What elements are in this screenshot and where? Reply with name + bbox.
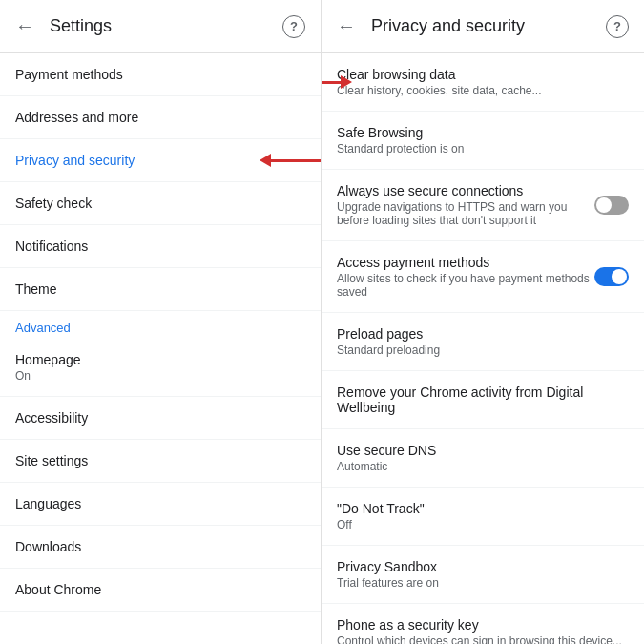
- toggle-knob-payment-methods: [612, 269, 627, 284]
- left-adv-item-languages[interactable]: Languages: [0, 483, 321, 526]
- right-content-digital-wellbeing: Remove your Chrome activity from Digital…: [337, 384, 629, 415]
- left-advanced-menu: HomepageOnAccessibilitySite settingsLang…: [0, 339, 321, 612]
- left-adv-content-about: About Chrome: [15, 582, 305, 597]
- right-item-safe-browsing[interactable]: Safe BrowsingStandard protection is on: [322, 112, 644, 170]
- right-content-security-key: Phone as a security keyControl which dev…: [337, 617, 629, 644]
- right-sub-clear-browsing: Clear history, cookies, site data, cache…: [337, 84, 629, 97]
- left-menu-label-theme: Theme: [15, 281, 305, 297]
- right-sub-secure-connections: Upgrade navigations to HTTPS and warn yo…: [337, 200, 594, 227]
- right-item-secure-connections[interactable]: Always use secure connectionsUpgrade nav…: [322, 170, 644, 241]
- right-item-digital-wellbeing[interactable]: Remove your Chrome activity from Digital…: [322, 371, 644, 429]
- right-panel: ← Privacy and security ? Clear browsing …: [322, 0, 644, 644]
- right-sub-safe-browsing: Standard protection is on: [337, 142, 629, 156]
- left-menu-label-privacy: Privacy and security: [15, 153, 305, 168]
- left-menu-item-notifications[interactable]: Notifications: [0, 225, 321, 268]
- toggle-knob-secure-connections: [596, 197, 612, 213]
- right-menu: Clear browsing dataClear history, cookie…: [322, 53, 644, 644]
- right-content-preload: Preload pagesStandard preloading: [337, 326, 629, 357]
- right-content-payment-methods: Access payment methodsAllow sites to che…: [337, 255, 594, 299]
- left-menu-label-notifications: Notifications: [15, 239, 305, 254]
- left-back-button[interactable]: ←: [15, 15, 34, 37]
- left-menu-label-safety: Safety check: [15, 196, 305, 211]
- right-title-privacy-sandbox: Privacy Sandbox: [337, 559, 629, 574]
- left-help-button[interactable]: ?: [282, 15, 305, 38]
- right-item-security-key[interactable]: Phone as a security keyControl which dev…: [322, 604, 644, 644]
- right-content-do-not-track: "Do Not Track"Off: [337, 501, 629, 531]
- right-sub-privacy-sandbox: Trial features are on: [337, 576, 629, 590]
- left-panel: ← Settings ? Payment methodsAddresses an…: [0, 0, 322, 644]
- right-item-clear-browsing[interactable]: Clear browsing dataClear history, cookie…: [322, 53, 644, 112]
- left-menu-item-addresses[interactable]: Addresses and more: [0, 96, 321, 139]
- left-adv-content-accessibility: Accessibility: [15, 410, 305, 426]
- left-adv-content-homepage: HomepageOn: [15, 352, 305, 383]
- right-title-preload: Preload pages: [337, 326, 629, 342]
- right-title-payment-methods: Access payment methods: [337, 255, 594, 270]
- right-panel-title: Privacy and security: [371, 16, 606, 36]
- left-menu-content-theme: Theme: [15, 281, 305, 297]
- right-title-safe-browsing: Safe Browsing: [337, 125, 629, 140]
- left-panel-title: Settings: [50, 16, 282, 36]
- left-header: ← Settings ?: [0, 0, 321, 53]
- right-help-button[interactable]: ?: [606, 15, 629, 38]
- left-adv-label-languages: Languages: [15, 496, 305, 511]
- left-menu-item-theme[interactable]: Theme: [0, 268, 321, 311]
- left-menu-item-safety[interactable]: Safety check: [0, 182, 321, 225]
- left-menu-content-payment-methods: Payment methods: [15, 67, 305, 82]
- right-item-payment-methods[interactable]: Access payment methodsAllow sites to che…: [322, 241, 644, 313]
- right-item-do-not-track[interactable]: "Do Not Track"Off: [322, 488, 644, 546]
- left-adv-label-homepage: Homepage: [15, 352, 305, 367]
- right-back-button[interactable]: ←: [337, 15, 356, 37]
- right-content-safe-browsing: Safe BrowsingStandard protection is on: [337, 125, 629, 156]
- right-content-clear-browsing: Clear browsing dataClear history, cookie…: [337, 67, 629, 97]
- left-adv-label-about: About Chrome: [15, 582, 305, 597]
- right-content-secure-connections: Always use secure connectionsUpgrade nav…: [337, 183, 594, 227]
- right-sub-secure-dns: Automatic: [337, 460, 629, 473]
- right-sub-preload: Standard preloading: [337, 343, 629, 357]
- left-adv-content-site-settings: Site settings: [15, 453, 305, 468]
- left-menu-item-payment-methods[interactable]: Payment methods: [0, 53, 321, 96]
- right-sub-do-not-track: Off: [337, 518, 629, 531]
- left-menu: Payment methodsAddresses and morePrivacy…: [0, 53, 321, 311]
- left-adv-sub-homepage: On: [15, 369, 305, 383]
- left-menu-content-safety: Safety check: [15, 196, 305, 211]
- left-adv-content-downloads: Downloads: [15, 539, 305, 554]
- left-adv-item-downloads[interactable]: Downloads: [0, 526, 321, 569]
- toggle-secure-connections[interactable]: [594, 196, 629, 215]
- left-menu-label-payment-methods: Payment methods: [15, 67, 305, 82]
- left-adv-item-site-settings[interactable]: Site settings: [0, 440, 321, 483]
- left-adv-item-accessibility[interactable]: Accessibility: [0, 397, 321, 440]
- left-menu-content-privacy: Privacy and security: [15, 153, 305, 168]
- left-menu-label-addresses: Addresses and more: [15, 110, 305, 125]
- right-content-privacy-sandbox: Privacy SandboxTrial features are on: [337, 559, 629, 590]
- left-adv-label-site-settings: Site settings: [15, 453, 305, 468]
- left-adv-content-languages: Languages: [15, 496, 305, 511]
- right-title-clear-browsing: Clear browsing data: [337, 67, 629, 82]
- right-header: ← Privacy and security ?: [322, 0, 644, 53]
- toggle-payment-methods[interactable]: [594, 267, 629, 286]
- left-adv-label-accessibility: Accessibility: [15, 410, 305, 426]
- right-item-preload[interactable]: Preload pagesStandard preloading: [322, 313, 644, 371]
- left-menu-content-addresses: Addresses and more: [15, 110, 305, 125]
- advanced-section-label: Advanced: [0, 311, 321, 339]
- right-sub-payment-methods: Allow sites to check if you have payment…: [337, 272, 594, 299]
- right-title-do-not-track: "Do Not Track": [337, 501, 629, 516]
- right-title-digital-wellbeing: Remove your Chrome activity from Digital…: [337, 384, 629, 415]
- right-title-secure-connections: Always use secure connections: [337, 183, 594, 198]
- right-title-secure-dns: Use secure DNS: [337, 443, 629, 458]
- left-menu-content-notifications: Notifications: [15, 239, 305, 254]
- right-content-secure-dns: Use secure DNSAutomatic: [337, 443, 629, 473]
- right-item-privacy-sandbox[interactable]: Privacy SandboxTrial features are on: [322, 546, 644, 604]
- left-adv-item-about[interactable]: About Chrome: [0, 569, 321, 612]
- left-menu-item-privacy[interactable]: Privacy and security: [0, 139, 321, 182]
- left-adv-item-homepage[interactable]: HomepageOn: [0, 339, 321, 397]
- right-sub-security-key: Control which devices can sign in browsi…: [337, 634, 629, 644]
- right-item-secure-dns[interactable]: Use secure DNSAutomatic: [322, 429, 644, 488]
- right-title-security-key: Phone as a security key: [337, 617, 629, 633]
- left-adv-label-downloads: Downloads: [15, 539, 305, 554]
